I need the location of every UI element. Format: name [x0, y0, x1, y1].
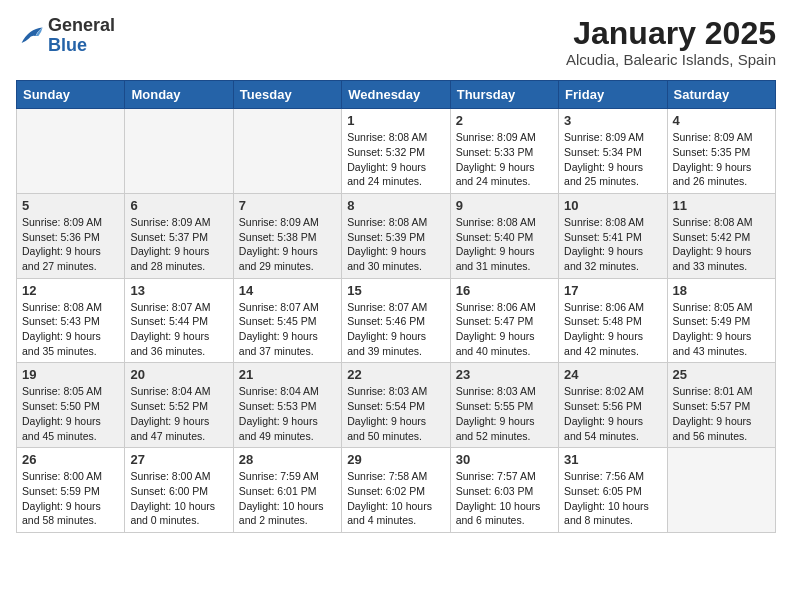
day-info: Sunrise: 8:07 AM Sunset: 5:46 PM Dayligh… — [347, 300, 444, 359]
day-info: Sunrise: 7:57 AM Sunset: 6:03 PM Dayligh… — [456, 469, 553, 528]
day-info: Sunrise: 8:02 AM Sunset: 5:56 PM Dayligh… — [564, 384, 661, 443]
weekday-header-tuesday: Tuesday — [233, 81, 341, 109]
day-info: Sunrise: 7:59 AM Sunset: 6:01 PM Dayligh… — [239, 469, 336, 528]
day-number: 24 — [564, 367, 661, 382]
day-number: 21 — [239, 367, 336, 382]
day-info: Sunrise: 8:09 AM Sunset: 5:33 PM Dayligh… — [456, 130, 553, 189]
calendar-subtitle: Alcudia, Balearic Islands, Spain — [566, 51, 776, 68]
day-number: 14 — [239, 283, 336, 298]
day-number: 2 — [456, 113, 553, 128]
day-info: Sunrise: 8:09 AM Sunset: 5:37 PM Dayligh… — [130, 215, 227, 274]
day-info: Sunrise: 7:56 AM Sunset: 6:05 PM Dayligh… — [564, 469, 661, 528]
day-info: Sunrise: 8:08 AM Sunset: 5:41 PM Dayligh… — [564, 215, 661, 274]
calendar-day-cell — [125, 109, 233, 194]
calendar-day-cell: 5Sunrise: 8:09 AM Sunset: 5:36 PM Daylig… — [17, 193, 125, 278]
calendar-day-cell: 29Sunrise: 7:58 AM Sunset: 6:02 PM Dayli… — [342, 448, 450, 533]
calendar-day-cell: 28Sunrise: 7:59 AM Sunset: 6:01 PM Dayli… — [233, 448, 341, 533]
day-number: 12 — [22, 283, 119, 298]
weekday-header-monday: Monday — [125, 81, 233, 109]
calendar-day-cell: 18Sunrise: 8:05 AM Sunset: 5:49 PM Dayli… — [667, 278, 775, 363]
day-info: Sunrise: 8:09 AM Sunset: 5:38 PM Dayligh… — [239, 215, 336, 274]
calendar-day-cell: 4Sunrise: 8:09 AM Sunset: 5:35 PM Daylig… — [667, 109, 775, 194]
day-number: 31 — [564, 452, 661, 467]
calendar-day-cell: 8Sunrise: 8:08 AM Sunset: 5:39 PM Daylig… — [342, 193, 450, 278]
weekday-header-thursday: Thursday — [450, 81, 558, 109]
day-number: 7 — [239, 198, 336, 213]
day-number: 9 — [456, 198, 553, 213]
day-number: 19 — [22, 367, 119, 382]
calendar-week-row: 12Sunrise: 8:08 AM Sunset: 5:43 PM Dayli… — [17, 278, 776, 363]
calendar-day-cell: 21Sunrise: 8:04 AM Sunset: 5:53 PM Dayli… — [233, 363, 341, 448]
day-number: 25 — [673, 367, 770, 382]
calendar-day-cell: 3Sunrise: 8:09 AM Sunset: 5:34 PM Daylig… — [559, 109, 667, 194]
day-number: 28 — [239, 452, 336, 467]
calendar-day-cell: 12Sunrise: 8:08 AM Sunset: 5:43 PM Dayli… — [17, 278, 125, 363]
calendar-day-cell — [233, 109, 341, 194]
day-info: Sunrise: 8:00 AM Sunset: 6:00 PM Dayligh… — [130, 469, 227, 528]
calendar-day-cell: 11Sunrise: 8:08 AM Sunset: 5:42 PM Dayli… — [667, 193, 775, 278]
day-number: 15 — [347, 283, 444, 298]
calendar-day-cell: 10Sunrise: 8:08 AM Sunset: 5:41 PM Dayli… — [559, 193, 667, 278]
day-info: Sunrise: 8:07 AM Sunset: 5:45 PM Dayligh… — [239, 300, 336, 359]
calendar-day-cell: 22Sunrise: 8:03 AM Sunset: 5:54 PM Dayli… — [342, 363, 450, 448]
calendar-day-cell: 7Sunrise: 8:09 AM Sunset: 5:38 PM Daylig… — [233, 193, 341, 278]
calendar-day-cell — [17, 109, 125, 194]
day-number: 30 — [456, 452, 553, 467]
calendar-day-cell: 2Sunrise: 8:09 AM Sunset: 5:33 PM Daylig… — [450, 109, 558, 194]
day-info: Sunrise: 8:00 AM Sunset: 5:59 PM Dayligh… — [22, 469, 119, 528]
day-info: Sunrise: 8:09 AM Sunset: 5:34 PM Dayligh… — [564, 130, 661, 189]
day-info: Sunrise: 8:09 AM Sunset: 5:36 PM Dayligh… — [22, 215, 119, 274]
calendar-day-cell: 27Sunrise: 8:00 AM Sunset: 6:00 PM Dayli… — [125, 448, 233, 533]
calendar-week-row: 19Sunrise: 8:05 AM Sunset: 5:50 PM Dayli… — [17, 363, 776, 448]
logo-general: General — [48, 15, 115, 35]
calendar-day-cell: 26Sunrise: 8:00 AM Sunset: 5:59 PM Dayli… — [17, 448, 125, 533]
day-number: 5 — [22, 198, 119, 213]
day-number: 3 — [564, 113, 661, 128]
day-number: 20 — [130, 367, 227, 382]
bird-icon — [16, 22, 44, 50]
day-number: 13 — [130, 283, 227, 298]
calendar-day-cell: 19Sunrise: 8:05 AM Sunset: 5:50 PM Dayli… — [17, 363, 125, 448]
calendar-day-cell: 13Sunrise: 8:07 AM Sunset: 5:44 PM Dayli… — [125, 278, 233, 363]
calendar-day-cell: 30Sunrise: 7:57 AM Sunset: 6:03 PM Dayli… — [450, 448, 558, 533]
calendar-day-cell — [667, 448, 775, 533]
weekday-header-row: SundayMondayTuesdayWednesdayThursdayFrid… — [17, 81, 776, 109]
day-number: 17 — [564, 283, 661, 298]
day-info: Sunrise: 8:03 AM Sunset: 5:54 PM Dayligh… — [347, 384, 444, 443]
calendar-day-cell: 9Sunrise: 8:08 AM Sunset: 5:40 PM Daylig… — [450, 193, 558, 278]
page-header: General Blue January 2025 Alcudia, Balea… — [16, 16, 776, 68]
calendar-day-cell: 14Sunrise: 8:07 AM Sunset: 5:45 PM Dayli… — [233, 278, 341, 363]
calendar-day-cell: 31Sunrise: 7:56 AM Sunset: 6:05 PM Dayli… — [559, 448, 667, 533]
weekday-header-friday: Friday — [559, 81, 667, 109]
day-number: 22 — [347, 367, 444, 382]
calendar-day-cell: 17Sunrise: 8:06 AM Sunset: 5:48 PM Dayli… — [559, 278, 667, 363]
day-number: 1 — [347, 113, 444, 128]
day-info: Sunrise: 8:08 AM Sunset: 5:43 PM Dayligh… — [22, 300, 119, 359]
calendar-week-row: 5Sunrise: 8:09 AM Sunset: 5:36 PM Daylig… — [17, 193, 776, 278]
day-info: Sunrise: 8:04 AM Sunset: 5:52 PM Dayligh… — [130, 384, 227, 443]
calendar-week-row: 1Sunrise: 8:08 AM Sunset: 5:32 PM Daylig… — [17, 109, 776, 194]
calendar-day-cell: 23Sunrise: 8:03 AM Sunset: 5:55 PM Dayli… — [450, 363, 558, 448]
title-block: January 2025 Alcudia, Balearic Islands, … — [566, 16, 776, 68]
day-info: Sunrise: 8:05 AM Sunset: 5:49 PM Dayligh… — [673, 300, 770, 359]
calendar-day-cell: 1Sunrise: 8:08 AM Sunset: 5:32 PM Daylig… — [342, 109, 450, 194]
day-info: Sunrise: 8:06 AM Sunset: 5:47 PM Dayligh… — [456, 300, 553, 359]
logo: General Blue — [16, 16, 115, 56]
day-number: 11 — [673, 198, 770, 213]
calendar-day-cell: 15Sunrise: 8:07 AM Sunset: 5:46 PM Dayli… — [342, 278, 450, 363]
day-info: Sunrise: 8:01 AM Sunset: 5:57 PM Dayligh… — [673, 384, 770, 443]
day-info: Sunrise: 8:08 AM Sunset: 5:39 PM Dayligh… — [347, 215, 444, 274]
weekday-header-sunday: Sunday — [17, 81, 125, 109]
day-info: Sunrise: 8:04 AM Sunset: 5:53 PM Dayligh… — [239, 384, 336, 443]
day-info: Sunrise: 8:03 AM Sunset: 5:55 PM Dayligh… — [456, 384, 553, 443]
day-info: Sunrise: 8:07 AM Sunset: 5:44 PM Dayligh… — [130, 300, 227, 359]
day-info: Sunrise: 8:08 AM Sunset: 5:32 PM Dayligh… — [347, 130, 444, 189]
day-number: 18 — [673, 283, 770, 298]
calendar-day-cell: 16Sunrise: 8:06 AM Sunset: 5:47 PM Dayli… — [450, 278, 558, 363]
day-number: 8 — [347, 198, 444, 213]
logo-text: General Blue — [48, 16, 115, 56]
day-number: 6 — [130, 198, 227, 213]
logo-blue: Blue — [48, 35, 87, 55]
day-number: 29 — [347, 452, 444, 467]
weekday-header-saturday: Saturday — [667, 81, 775, 109]
